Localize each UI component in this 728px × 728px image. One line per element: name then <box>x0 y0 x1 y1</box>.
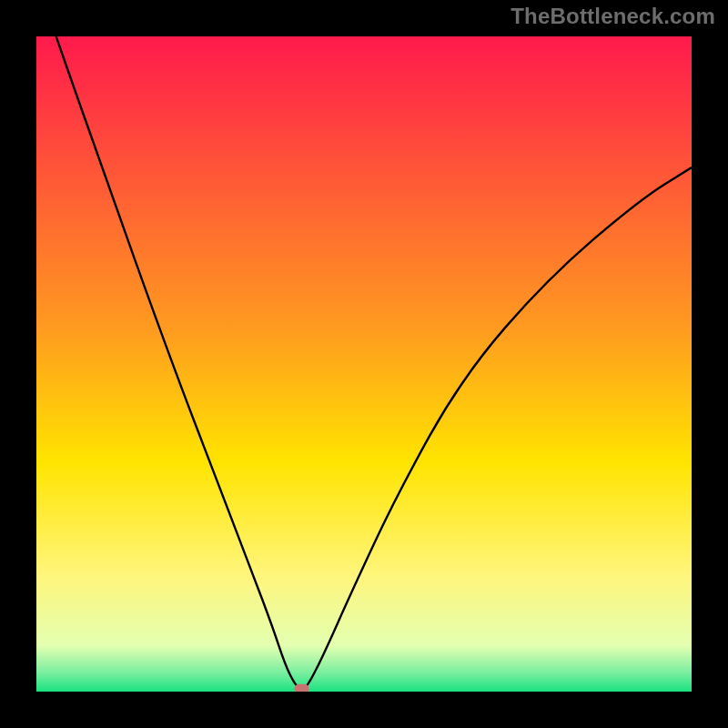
plot-area <box>36 36 692 692</box>
plot-svg <box>36 36 692 692</box>
gradient-background <box>36 36 692 692</box>
watermark-text: TheBottleneck.com <box>511 4 715 29</box>
optimal-point-marker <box>295 684 309 692</box>
chart-container: TheBottleneck.com <box>0 0 728 728</box>
